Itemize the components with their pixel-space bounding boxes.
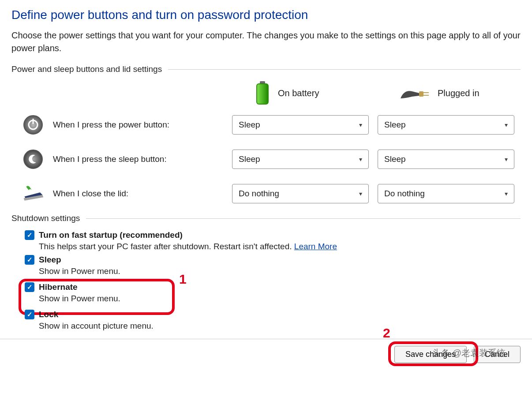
shutdown-settings-list: ✓ Turn on fast startup (recommended) Thi… — [11, 230, 521, 331]
page-description: Choose the power settings that you want … — [11, 29, 521, 55]
svg-rect-1 — [257, 84, 268, 104]
row-close-lid: When I close the lid: Do nothing ▾ Do no… — [11, 183, 523, 205]
chevron-down-icon: ▾ — [505, 190, 508, 197]
cancel-button[interactable]: Cancel — [474, 346, 521, 363]
footer-buttons: 2 Save changes Cancel — [0, 339, 532, 370]
close-lid-plugged-dropdown[interactable]: Do nothing ▾ — [378, 184, 514, 203]
checkbox-fast-startup: ✓ Turn on fast startup (recommended) Thi… — [25, 230, 521, 251]
power-button-icon — [22, 114, 44, 136]
page-title: Define power buttons and turn on passwor… — [11, 8, 521, 22]
column-on-battery-label: On battery — [278, 88, 319, 98]
section-power-sleep-label: Power and sleep buttons and lid settings — [11, 64, 162, 74]
close-lid-label: When I close the lid: — [53, 189, 128, 199]
column-plugged-in: Plugged in — [378, 85, 523, 101]
chevron-down-icon: ▾ — [359, 121, 362, 128]
chevron-down-icon: ▾ — [505, 121, 508, 128]
lock-desc: Show in account picture menu. — [39, 321, 521, 331]
svg-rect-2 — [419, 91, 423, 97]
dropdown-value: Sleep — [384, 154, 406, 164]
dropdown-value: Sleep — [239, 154, 260, 164]
dropdown-value: Sleep — [384, 120, 406, 130]
power-button-plugged-dropdown[interactable]: Sleep ▾ — [378, 115, 514, 135]
chevron-down-icon: ▾ — [359, 156, 362, 163]
laptop-lid-icon — [22, 183, 44, 205]
dropdown-value: Sleep — [239, 120, 260, 130]
sleep-button-icon — [22, 148, 44, 170]
hibernate-desc: Show in Power menu. — [39, 294, 521, 303]
svg-rect-3 — [423, 92, 429, 93]
section-shutdown-header: Shutdown settings — [11, 213, 521, 223]
checkbox-icon[interactable]: ✓ — [25, 230, 34, 240]
checkbox-icon[interactable]: ✓ — [25, 282, 34, 292]
power-button-label: When I press the power button: — [53, 120, 169, 130]
fast-startup-label: Turn on fast startup (recommended) — [39, 230, 183, 240]
sleep-button-label: When I press the sleep button: — [53, 154, 167, 164]
checkbox-icon[interactable]: ✓ — [25, 255, 34, 265]
learn-more-link[interactable]: Learn More — [294, 242, 337, 251]
sleep-button-battery-dropdown[interactable]: Sleep ▾ — [232, 150, 369, 169]
battery-icon — [254, 81, 271, 105]
checkbox-lock: ✓ Lock Show in account picture menu. — [25, 310, 521, 331]
row-sleep-button: When I press the sleep button: Sleep ▾ S… — [11, 148, 523, 170]
save-changes-button[interactable]: Save changes — [394, 346, 467, 363]
annotation-number-1: 1 — [179, 272, 187, 287]
sleep-button-plugged-dropdown[interactable]: Sleep ▾ — [378, 150, 514, 169]
section-power-sleep-header: Power and sleep buttons and lid settings — [11, 64, 521, 74]
column-on-battery: On battery — [232, 81, 378, 105]
desc-text: This helps start your PC faster after sh… — [39, 242, 294, 251]
chevron-down-icon: ▾ — [505, 156, 508, 163]
divider — [168, 69, 521, 70]
sleep-desc: Show in Power menu. — [39, 266, 521, 276]
checkbox-icon[interactable]: ✓ — [25, 310, 34, 319]
power-button-battery-dropdown[interactable]: Sleep ▾ — [232, 115, 369, 135]
dropdown-value: Do nothing — [239, 189, 279, 199]
annotation-number-2: 2 — [383, 326, 390, 341]
svg-point-8 — [24, 150, 42, 169]
sleep-label: Sleep — [39, 255, 61, 265]
chevron-down-icon: ▾ — [359, 190, 362, 197]
section-shutdown-label: Shutdown settings — [11, 213, 80, 223]
fast-startup-desc: This helps start your PC faster after sh… — [39, 242, 521, 251]
column-plugged-in-label: Plugged in — [438, 88, 480, 98]
svg-rect-4 — [423, 95, 429, 96]
row-power-button: When I press the power button: Sleep ▾ S… — [11, 114, 523, 136]
plug-icon — [400, 85, 431, 101]
close-lid-battery-dropdown[interactable]: Do nothing ▾ — [232, 184, 369, 203]
svg-point-5 — [24, 116, 42, 134]
hibernate-label: Hibernate — [39, 282, 78, 292]
columns-header: On battery Plugged in — [11, 81, 523, 105]
lock-label: Lock — [39, 310, 58, 319]
checkbox-hibernate: 1 ✓ Hibernate Show in Power menu. — [25, 280, 521, 306]
divider — [86, 218, 521, 219]
checkbox-sleep: ✓ Sleep Show in Power menu. — [25, 255, 521, 276]
dropdown-value: Do nothing — [384, 189, 425, 199]
